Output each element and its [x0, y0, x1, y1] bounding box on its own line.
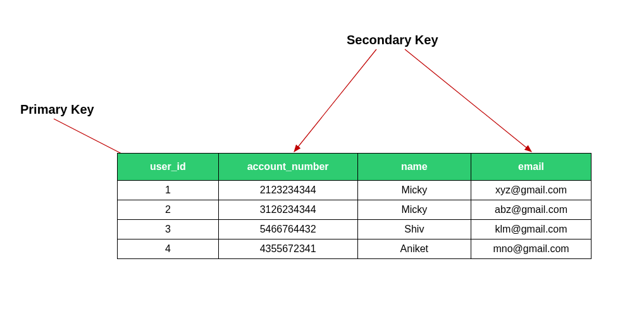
primary-key-label: Primary Key: [20, 102, 94, 117]
table-header-row: user_id account_number name email: [118, 154, 591, 181]
table-row: 4 4355672341 Aniket mno@gmail.com: [118, 239, 591, 259]
secondary-key-arrow-right: [405, 49, 531, 152]
cell-account-number: 2123234344: [218, 181, 357, 200]
cell-name: Micky: [357, 200, 471, 220]
cell-user-id: 4: [118, 239, 219, 259]
cell-name: Aniket: [357, 239, 471, 259]
cell-email: xyz@gmail.com: [471, 181, 591, 200]
cell-email: mno@gmail.com: [471, 239, 591, 259]
secondary-key-label: Secondary Key: [347, 33, 438, 47]
cell-user-id: 1: [118, 181, 219, 200]
cell-name: Shiv: [357, 220, 471, 239]
data-table: user_id account_number name email 1 2123…: [117, 153, 591, 259]
col-header-user-id: user_id: [118, 154, 219, 181]
cell-email: abz@gmail.com: [471, 200, 591, 220]
col-header-name: name: [357, 154, 471, 181]
col-header-account-number: account_number: [218, 154, 357, 181]
cell-user-id: 3: [118, 220, 219, 239]
cell-user-id: 2: [118, 200, 219, 220]
table-row: 1 2123234344 Micky xyz@gmail.com: [118, 181, 591, 200]
cell-name: Micky: [357, 181, 471, 200]
cell-account-number: 4355672341: [218, 239, 357, 259]
table-row: 3 5466764432 Shiv klm@gmail.com: [118, 220, 591, 239]
col-header-email: email: [471, 154, 591, 181]
cell-account-number: 5466764432: [218, 220, 357, 239]
secondary-key-arrow-left: [294, 49, 376, 152]
cell-email: klm@gmail.com: [471, 220, 591, 239]
cell-account-number: 3126234344: [218, 200, 357, 220]
table-row: 2 3126234344 Micky abz@gmail.com: [118, 200, 591, 220]
